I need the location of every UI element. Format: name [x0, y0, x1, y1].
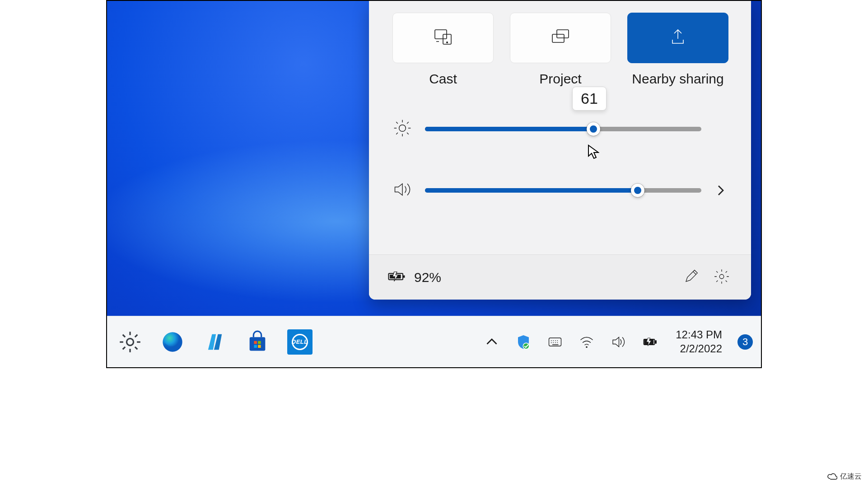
tray-overflow-chevron-icon[interactable]	[482, 333, 501, 351]
volume-icon	[392, 180, 412, 201]
watermark: 亿速云	[824, 471, 865, 482]
quick-tile-project-label: Project	[539, 71, 581, 87]
share-icon	[667, 26, 689, 50]
taskbar-settings-app[interactable]	[115, 327, 145, 357]
settings-button[interactable]	[710, 265, 733, 290]
brightness-tooltip: 61	[572, 87, 607, 111]
volume-slider-thumb[interactable]	[631, 184, 644, 197]
svg-rect-14	[254, 345, 257, 348]
svg-rect-12	[254, 341, 257, 344]
tray-security-icon[interactable]	[514, 333, 533, 351]
brightness-slider[interactable]	[425, 127, 701, 131]
svg-point-18	[586, 346, 588, 348]
quick-settings-panel: Cast Project	[369, 1, 751, 300]
quick-tile-cast-label: Cast	[429, 71, 457, 87]
taskbar-store-app[interactable]	[243, 327, 272, 357]
clock-date: 2/2/2022	[680, 342, 722, 356]
tray-wifi-icon[interactable]	[577, 333, 596, 351]
battery-icon	[387, 267, 406, 288]
svg-rect-4	[552, 34, 564, 42]
svg-rect-13	[258, 341, 261, 344]
svg-rect-15	[258, 345, 261, 348]
taskbar-clock[interactable]: 12:43 PM 2/2/2022	[676, 328, 722, 356]
svg-point-16	[523, 343, 530, 349]
svg-point-5	[399, 125, 406, 132]
cast-icon	[432, 26, 454, 50]
edit-quick-settings-button[interactable]	[680, 265, 702, 290]
taskbar-azure-app[interactable]	[200, 327, 230, 357]
svg-point-9	[126, 338, 133, 345]
battery-text: 92%	[414, 270, 441, 285]
taskbar-dell-app[interactable]: DELL	[285, 327, 315, 357]
tray-battery-icon[interactable]	[640, 333, 659, 351]
project-icon	[550, 26, 571, 50]
svg-rect-21	[655, 341, 657, 343]
quick-settings-footer: 92%	[369, 254, 751, 300]
quick-tile-nearby-label: Nearby sharing	[632, 71, 723, 87]
tray-volume-icon[interactable]	[609, 333, 628, 351]
volume-slider[interactable]	[425, 188, 701, 193]
quick-tile-project[interactable]	[510, 13, 611, 63]
notification-count-badge[interactable]: 3	[737, 334, 753, 350]
quick-tile-nearby-sharing[interactable]	[627, 13, 728, 63]
taskbar-edge-app[interactable]	[158, 327, 187, 357]
brightness-icon	[392, 118, 412, 140]
brightness-slider-thumb[interactable]	[587, 122, 600, 136]
quick-tile-cast[interactable]	[392, 13, 494, 63]
taskbar: DELL	[107, 316, 761, 367]
svg-rect-7	[403, 275, 405, 277]
svg-point-8	[719, 274, 724, 279]
clock-time: 12:43 PM	[676, 328, 722, 342]
tray-keyboard-icon[interactable]	[546, 333, 565, 351]
svg-rect-11	[250, 337, 266, 351]
volume-output-chevron-icon[interactable]	[714, 184, 728, 197]
svg-rect-3	[557, 30, 569, 38]
svg-point-2	[446, 42, 448, 43]
